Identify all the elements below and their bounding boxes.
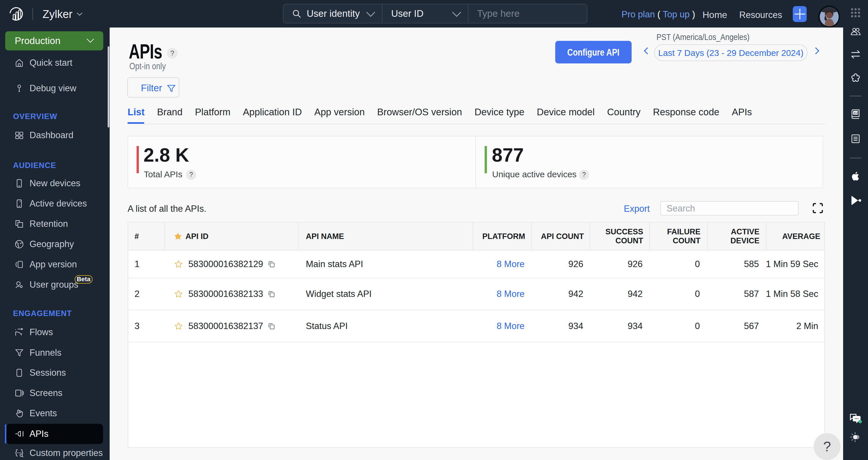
svg-text:A-Z: A-Z [854,112,858,114]
